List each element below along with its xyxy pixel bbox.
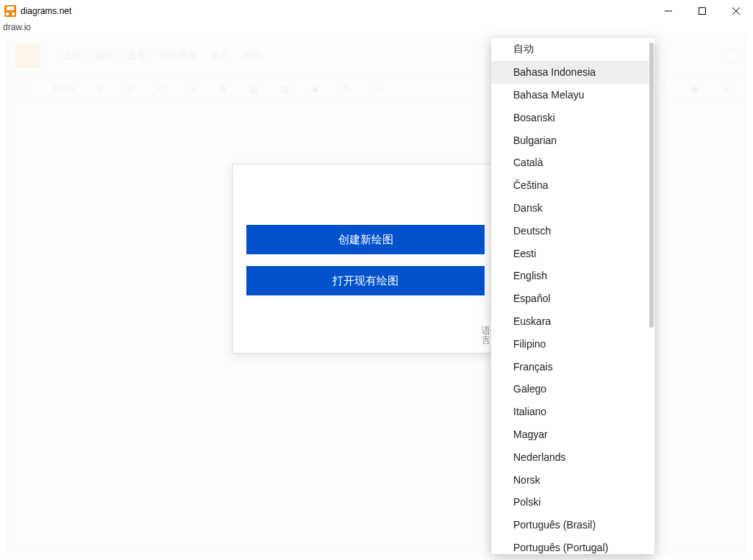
svg-rect-1: [699, 8, 706, 15]
language-option[interactable]: Français: [491, 355, 649, 378]
language-link[interactable]: 语言: [482, 326, 490, 345]
maximize-button[interactable]: [685, 0, 719, 22]
language-option[interactable]: Bosanski: [491, 106, 649, 129]
window-subtitle: draw.io: [0, 22, 753, 34]
close-button[interactable]: [719, 0, 753, 22]
language-option[interactable]: Polski: [491, 491, 649, 514]
language-option[interactable]: Bulgarian: [491, 129, 649, 151]
app-icon: [4, 5, 16, 17]
language-option[interactable]: Magyar: [491, 423, 649, 446]
language-option[interactable]: Català: [491, 151, 649, 174]
language-option[interactable]: Bahasa Melayu: [491, 84, 649, 107]
scrollbar-thumb[interactable]: [649, 43, 654, 328]
language-option[interactable]: Euskara: [491, 310, 649, 333]
language-option[interactable]: Dansk: [491, 197, 649, 220]
open-existing-diagram-button[interactable]: 打开现有绘图: [246, 266, 485, 295]
language-option[interactable]: Italiano: [491, 401, 649, 423]
language-option[interactable]: Galego: [491, 378, 649, 401]
language-option[interactable]: Português (Brasil): [491, 514, 649, 536]
language-option[interactable]: Čeština: [491, 174, 649, 197]
language-option[interactable]: English: [491, 265, 649, 287]
start-dialog: 创建新绘图 打开现有绘图 语言: [232, 164, 500, 353]
language-option[interactable]: Nederlands: [491, 445, 649, 468]
window-controls: [652, 0, 753, 22]
minimize-button[interactable]: [652, 0, 685, 22]
language-option[interactable]: Bahasa Indonesia: [491, 61, 649, 84]
language-menu[interactable]: 自动Bahasa IndonesiaBahasa MelayuBosanskiB…: [491, 38, 654, 554]
language-option[interactable]: Español: [491, 287, 649, 310]
language-option[interactable]: Português (Portugal): [491, 536, 649, 554]
language-option[interactable]: Deutsch: [491, 219, 649, 242]
language-option[interactable]: Eesti: [491, 242, 649, 265]
language-option[interactable]: Filipino: [491, 332, 649, 355]
language-option[interactable]: Norsk: [491, 468, 649, 491]
window-title: diagrams.net: [21, 6, 71, 16]
window-titlebar: diagrams.net: [0, 0, 753, 22]
language-option[interactable]: 自动: [491, 38, 649, 61]
create-new-diagram-button[interactable]: 创建新绘图: [246, 225, 485, 254]
